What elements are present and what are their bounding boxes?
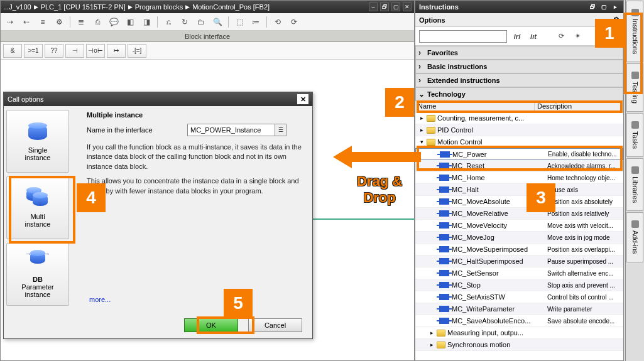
- close-icon[interactable]: ✕: [403, 3, 412, 11]
- tool-icon[interactable]: ⟲: [271, 15, 285, 29]
- tree-item-mc_home[interactable]: MC_HomeHome technology obje...: [415, 172, 623, 184]
- search-icon[interactable]: iıt: [527, 30, 540, 43]
- tree-item-mc_moveabsolute[interactable]: MC_MoveAbsolutePosition axis absolutely: [415, 196, 623, 208]
- tree-folder[interactable]: ▸Synchronous motion: [415, 339, 623, 351]
- tree-item-mc_writeparameter[interactable]: MC_WriteParameterWrite parameter: [415, 303, 623, 315]
- tree-item-mc_setaxisstw[interactable]: MC_SetAxisSTWControl bits of control ...: [415, 291, 623, 303]
- more-link[interactable]: more...: [89, 296, 111, 303]
- operator-button[interactable]: &: [3, 44, 22, 58]
- operator-button[interactable]: >=1: [24, 44, 43, 58]
- operator-button[interactable]: -[=]: [128, 44, 146, 58]
- tree-folder[interactable]: ▸PID Control: [415, 124, 623, 136]
- search-input[interactable]: [419, 30, 507, 43]
- tree-item-mc_movesuperimposed[interactable]: MC_MoveSuperimposedPosition axis overlap…: [415, 244, 623, 256]
- multi-instance-option[interactable]: Multi instance: [6, 176, 69, 239]
- tool-icon[interactable]: 💬: [107, 15, 121, 29]
- block-icon: [440, 151, 450, 158]
- operator-toolbar: & >=1 ?? ⊣ ⊣o⊢ ↦ -[=]: [1, 42, 414, 60]
- tree-item-mc_stop[interactable]: MC_StopStop axis and prevent ...: [415, 279, 623, 291]
- side-tab-instructions[interactable]: Instructions: [626, 1, 643, 62]
- tool-icon[interactable]: ⬚: [232, 15, 246, 29]
- tab-icon: [631, 9, 639, 16]
- operator-button[interactable]: ↦: [107, 44, 126, 58]
- tool-icon[interactable]: ≡: [36, 15, 50, 29]
- tree-folder[interactable]: ▸Counting, measurement, c...: [415, 112, 623, 124]
- tree-item-mc_setsensor[interactable]: MC_SetSensorSwitch alternative enc...: [415, 267, 623, 279]
- tree-item-mc_movevelocity[interactable]: MC_MoveVelocityMove axis with velocit...: [415, 220, 623, 232]
- tool-icon[interactable]: ⟳: [287, 15, 301, 29]
- block-icon: [439, 163, 449, 169]
- tool-icon[interactable]: 🔍: [210, 15, 224, 29]
- tree-folder[interactable]: ▸Measuring input, outpu...: [415, 327, 623, 339]
- tool-icon[interactable]: ≣: [74, 15, 88, 29]
- tree-item-mc_halt[interactable]: MC_HaltPause axis: [415, 184, 623, 196]
- dialog-description: If you call the function block as a mult…: [87, 143, 305, 171]
- parameter-instance-option[interactable]: →→ DBParameter instance: [6, 243, 69, 306]
- close-icon[interactable]: ✕: [297, 94, 308, 104]
- minimize-icon[interactable]: –: [369, 3, 378, 11]
- block-icon: [439, 234, 449, 240]
- gear-icon[interactable]: ⚙: [613, 16, 619, 24]
- panel-icon[interactable]: 🗗: [588, 3, 597, 11]
- breadcrumb-part[interactable]: PLC_1 [CPU 1515TF-2 PN]: [41, 3, 126, 11]
- tree-item-mc_reset[interactable]: MC_ResetAcknowledge alarms, r...: [415, 160, 623, 172]
- tree-item-mc_moverelative[interactable]: MC_MoveRelativePosition axis relatively: [415, 208, 623, 220]
- editor-toolbar: ⇢ ⇠ ≡ ⚙ ≣ ⎙ 💬 ◧ ◨ ⎌ ↻ 🗀 🔍 ⬚ ≔ ⟲ ⟳: [1, 13, 414, 31]
- breadcrumb-part[interactable]: ...J_v100: [3, 3, 31, 11]
- maximize-icon[interactable]: ▢: [391, 3, 400, 11]
- folder-icon: [427, 139, 435, 146]
- window-icon[interactable]: 🗗: [380, 3, 389, 11]
- cancel-button[interactable]: Cancel: [248, 318, 302, 332]
- block-icon: [439, 210, 449, 217]
- side-tab-addins[interactable]: Add-ins: [626, 212, 643, 262]
- breadcrumb-part[interactable]: MotionControl_Pos [FB2]: [192, 3, 270, 11]
- tool-icon[interactable]: ≔: [249, 15, 263, 29]
- filter-icon[interactable]: ✴: [571, 30, 584, 43]
- tab-icon: [631, 121, 639, 129]
- tool-icon[interactable]: ◧: [123, 15, 137, 29]
- block-interface-header[interactable]: Block interface: [1, 31, 414, 42]
- category-favorites[interactable]: ›Favorites: [415, 46, 623, 60]
- tool-icon[interactable]: ⇢: [3, 15, 17, 29]
- tool-icon[interactable]: ⚙: [52, 15, 66, 29]
- tool-icon[interactable]: ↻: [178, 15, 192, 29]
- block-icon: [439, 198, 449, 205]
- side-tab-libraries[interactable]: Libraries: [626, 158, 643, 211]
- interface-name-input[interactable]: [187, 124, 275, 136]
- ok-button[interactable]: OK: [184, 318, 238, 332]
- dialog-title-bar[interactable]: Call options ✕: [4, 92, 312, 106]
- refresh-icon[interactable]: ⟳: [555, 30, 567, 43]
- operator-button[interactable]: ⊣o⊢: [86, 44, 105, 58]
- category-basic[interactable]: ›Basic instructions: [415, 60, 623, 73]
- category-extended[interactable]: ›Extended instructions: [415, 73, 623, 87]
- breadcrumb-bar: ...J_v100▶ PLC_1 [CPU 1515TF-2 PN]▶ Prog…: [1, 1, 414, 13]
- network-rail: [308, 218, 415, 220]
- tool-icon[interactable]: ⇠: [19, 15, 33, 29]
- tree-folder-motion[interactable]: ▾Motion Control: [415, 136, 623, 148]
- tool-icon[interactable]: ⎌: [161, 15, 175, 29]
- folder-icon: [427, 127, 435, 134]
- tool-icon[interactable]: 🗀: [194, 15, 208, 29]
- category-technology[interactable]: ⌄Technology: [415, 87, 623, 101]
- operator-button[interactable]: ⊣: [65, 44, 84, 58]
- tree-item-mc_haltsuperimposed[interactable]: MC_HaltSuperimposedPause superimposed ..…: [415, 256, 623, 267]
- tab-icon: [631, 220, 639, 228]
- options-header[interactable]: Options ⚙: [415, 13, 623, 27]
- operator-button[interactable]: ??: [45, 44, 63, 58]
- tree-item-mc_saveabsoluteenco...[interactable]: MC_SaveAbsoluteEnco...Save absolute enco…: [415, 315, 623, 327]
- tool-icon[interactable]: ⎙: [90, 15, 104, 29]
- search-icon[interactable]: iri: [511, 30, 523, 43]
- dropdown-icon[interactable]: ☰: [275, 124, 287, 136]
- breadcrumb-part[interactable]: Program blocks: [135, 3, 183, 11]
- tree-item-mc_movejog[interactable]: MC_MoveJogMove axis in jog mode: [415, 232, 623, 244]
- block-icon: [439, 318, 449, 324]
- instruction-tree[interactable]: ▸Counting, measurement, c...▸PID Control…: [415, 112, 623, 351]
- side-tab-testing[interactable]: Testing: [626, 63, 643, 112]
- panel-icon[interactable]: ▸: [611, 3, 619, 11]
- panel-icon[interactable]: ▢: [599, 3, 608, 11]
- tool-icon[interactable]: ◨: [139, 15, 153, 29]
- side-tab-tasks[interactable]: Tasks: [626, 113, 643, 157]
- tree-item-mc_power[interactable]: MC_PowerEnable, disable techno...: [415, 148, 623, 160]
- single-instance-option[interactable]: Single instance: [6, 110, 69, 173]
- db-icon: [25, 121, 50, 144]
